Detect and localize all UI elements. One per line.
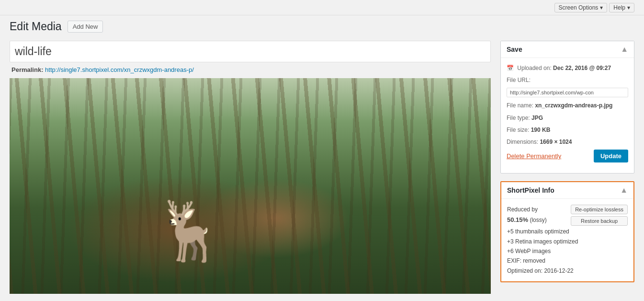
- file-type-value: JPG: [531, 115, 543, 121]
- save-panel-header[interactable]: Save ▲: [501, 41, 634, 58]
- permalink: Permalink: http://single7.shortpixel.com…: [10, 66, 491, 73]
- reduced-prefix: Reduced by: [507, 206, 538, 213]
- dimensions-meta: Dimensions: 1669 × 1024: [507, 138, 628, 147]
- add-new-button[interactable]: Add New: [68, 21, 103, 33]
- uploaded-label: Uploaded on:: [517, 65, 551, 71]
- delete-permanently-link[interactable]: Delete Permanently: [507, 152, 561, 160]
- restore-backup-button[interactable]: Restore backup: [571, 216, 628, 226]
- file-name-label: File name:: [507, 102, 533, 109]
- file-size-label: File size:: [507, 127, 529, 133]
- shortpixel-toggle-icon: ▲: [620, 186, 628, 195]
- update-button[interactable]: Update: [594, 150, 628, 162]
- file-name-value: xn_crzwxgdm-andreas-p.jpg: [535, 102, 612, 109]
- file-type-meta: File type: JPG: [507, 114, 628, 123]
- title-input[interactable]: [10, 41, 491, 62]
- shortpixel-buttons: Re-optimize lossless Restore backup: [571, 205, 628, 226]
- file-name-meta: File name: xn_crzwxgdm-andreas-p.jpg: [507, 101, 628, 110]
- page-header: Edit Media Add New: [0, 15, 644, 36]
- reoptimize-lossless-button[interactable]: Re-optimize lossless: [571, 205, 628, 214]
- left-column: Permalink: http://single7.shortpixel.com…: [10, 41, 491, 294]
- shortpixel-info-grid: Reduced by 50.15% (lossy) Re-optimize lo…: [507, 205, 628, 226]
- uploaded-value: Dec 22, 2016 @ 09:27: [553, 65, 611, 71]
- shortpixel-info-left: Reduced by 50.15% (lossy): [507, 205, 567, 226]
- file-url-label: File URL:: [507, 77, 531, 83]
- page-title: Edit Media: [10, 20, 62, 33]
- uploaded-meta: 📅 Uploaded on: Dec 22, 2016 @ 09:27: [507, 64, 628, 73]
- optimized-on-label: Optimized on:: [507, 267, 542, 274]
- thumbnails-text: +5 thumbnails optimized: [507, 227, 628, 236]
- save-actions-row: Delete Permanently Update: [507, 150, 628, 162]
- shortpixel-details: +5 thumbnails optimized +3 Retina images…: [507, 227, 628, 276]
- dimensions-value: 1669 × 1024: [540, 139, 572, 145]
- main-content: Permalink: http://single7.shortpixel.com…: [0, 36, 644, 299]
- screen-options-label: Screen Options: [559, 4, 599, 11]
- save-panel-toggle-icon: ▲: [621, 45, 628, 54]
- optimized-on-value: 2016-12-22: [544, 267, 573, 274]
- exif-text: EXIF: removed: [507, 256, 628, 266]
- shortpixel-panel: ShortPixel Info ▲ Reduced by 50.15% (los…: [500, 181, 634, 282]
- save-panel: Save ▲ 📅 Uploaded on: Dec 22, 2016 @ 09:…: [500, 41, 634, 174]
- right-column: Save ▲ 📅 Uploaded on: Dec 22, 2016 @ 09:…: [500, 41, 634, 294]
- save-panel-body: 📅 Uploaded on: Dec 22, 2016 @ 09:27 File…: [501, 58, 634, 173]
- shortpixel-panel-header[interactable]: ShortPixel Info ▲: [501, 182, 633, 199]
- chevron-down-icon: ▾: [600, 4, 603, 11]
- dimensions-label: Dimensions:: [507, 139, 538, 145]
- save-panel-title: Save: [507, 46, 522, 53]
- file-url-input[interactable]: [507, 88, 628, 97]
- reduced-suffix: (lossy): [530, 217, 546, 223]
- calendar-icon: 📅: [507, 64, 514, 73]
- file-url-meta: File URL:: [507, 76, 628, 85]
- screen-options-button[interactable]: Screen Options ▾: [554, 3, 608, 12]
- file-size-meta: File size: 190 KB: [507, 126, 628, 135]
- media-image: [10, 78, 491, 294]
- reduced-value: 50.15%: [507, 216, 528, 223]
- help-label: Help: [613, 4, 625, 11]
- shortpixel-panel-body: Reduced by 50.15% (lossy) Re-optimize lo…: [501, 199, 633, 281]
- shortpixel-panel-title: ShortPixel Info: [507, 186, 554, 194]
- webp-text: +6 WebP images: [507, 246, 628, 256]
- permalink-link[interactable]: http://single7.shortpixel.com/xn_crzwxgd…: [45, 66, 194, 73]
- chevron-down-icon: ▾: [627, 4, 630, 11]
- file-type-label: File type:: [507, 115, 530, 121]
- help-button[interactable]: Help ▾: [609, 3, 634, 12]
- top-bar: Screen Options ▾ Help ▾: [0, 0, 644, 15]
- permalink-label: Permalink:: [11, 66, 43, 73]
- optimized-on: Optimized on: 2016-12-22: [507, 266, 628, 276]
- file-size-value: 190 KB: [531, 127, 551, 133]
- retina-text: +3 Retina images optimized: [507, 237, 628, 246]
